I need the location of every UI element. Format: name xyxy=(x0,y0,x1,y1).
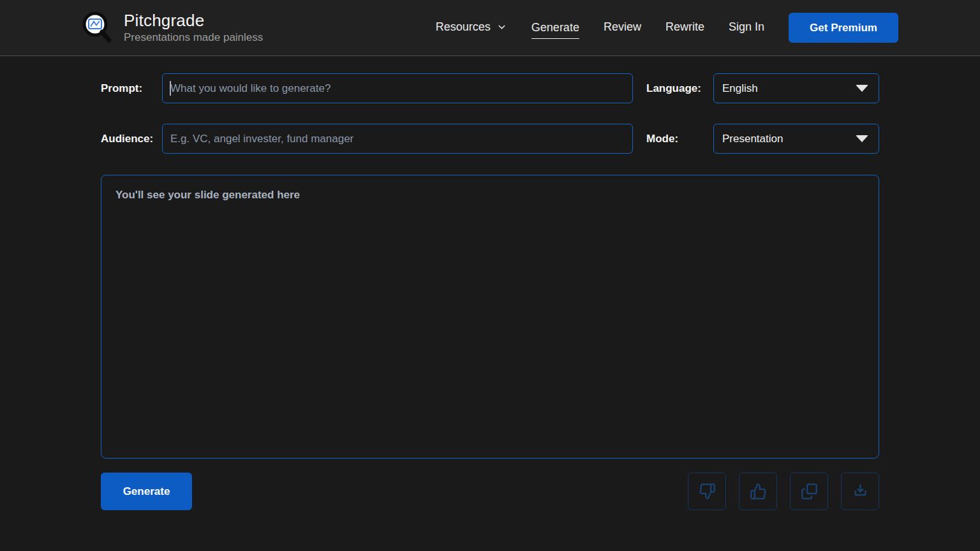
thumbs-up-icon xyxy=(750,483,767,500)
nav-item-review[interactable]: Review xyxy=(604,20,641,35)
chevron-down-icon xyxy=(496,22,507,33)
actions-row: Generate xyxy=(101,473,879,510)
output-placeholder-text: You'll see your slide generated here xyxy=(115,189,865,202)
generate-button[interactable]: Generate xyxy=(101,473,192,510)
result-action-buttons xyxy=(688,473,879,510)
audience-mode-row: Audience: Mode: Presentation xyxy=(101,124,879,154)
generator-panel: Prompt: Language: English Audience: Mode… xyxy=(101,73,879,510)
dropdown-arrow-icon xyxy=(856,85,868,92)
nav-item-sign-in[interactable]: Sign In xyxy=(729,20,764,35)
language-label: Language: xyxy=(646,82,713,95)
nav-item-rewrite[interactable]: Rewrite xyxy=(665,20,704,35)
thumbs-down-button[interactable] xyxy=(688,473,726,510)
brand[interactable]: Pitchgrade Presentations made painless xyxy=(80,10,263,46)
download-icon xyxy=(852,483,869,500)
header: Pitchgrade Presentations made painless R… xyxy=(0,0,980,56)
get-premium-button[interactable]: Get Premium xyxy=(789,13,898,43)
prompt-input-wrap xyxy=(162,73,633,103)
audience-input-wrap xyxy=(162,124,633,154)
language-select[interactable]: English xyxy=(713,73,879,103)
nav-item-generate[interactable]: Generate xyxy=(531,21,579,39)
thumbs-down-icon xyxy=(699,483,716,500)
audience-input[interactable] xyxy=(162,124,633,154)
prompt-input[interactable] xyxy=(162,73,633,103)
dropdown-arrow-icon xyxy=(856,135,868,142)
copy-button[interactable] xyxy=(790,473,828,510)
prompt-label: Prompt: xyxy=(101,82,162,95)
thumbs-up-button[interactable] xyxy=(739,473,777,510)
text-caret xyxy=(170,81,171,96)
mode-label: Mode: xyxy=(646,133,713,145)
nav-item-resources[interactable]: Resources xyxy=(436,20,507,35)
nav-item-label: Resources xyxy=(436,20,491,34)
copy-icon xyxy=(801,483,818,500)
audience-label: Audience: xyxy=(101,133,162,145)
download-button[interactable] xyxy=(841,473,879,510)
brand-tagline: Presentations made painless xyxy=(124,31,263,44)
slide-output-area: You'll see your slide generated here xyxy=(101,175,879,459)
mode-select[interactable]: Presentation xyxy=(713,124,879,154)
brand-title: Pitchgrade xyxy=(124,11,263,30)
magnifier-chart-logo-icon xyxy=(80,10,115,46)
prompt-language-row: Prompt: Language: English xyxy=(101,73,879,103)
main-nav: Resources Generate Review Rewrite Sign I… xyxy=(436,13,898,43)
language-select-value: English xyxy=(722,82,758,95)
mode-select-value: Presentation xyxy=(722,133,783,145)
brand-text: Pitchgrade Presentations made painless xyxy=(124,11,263,45)
